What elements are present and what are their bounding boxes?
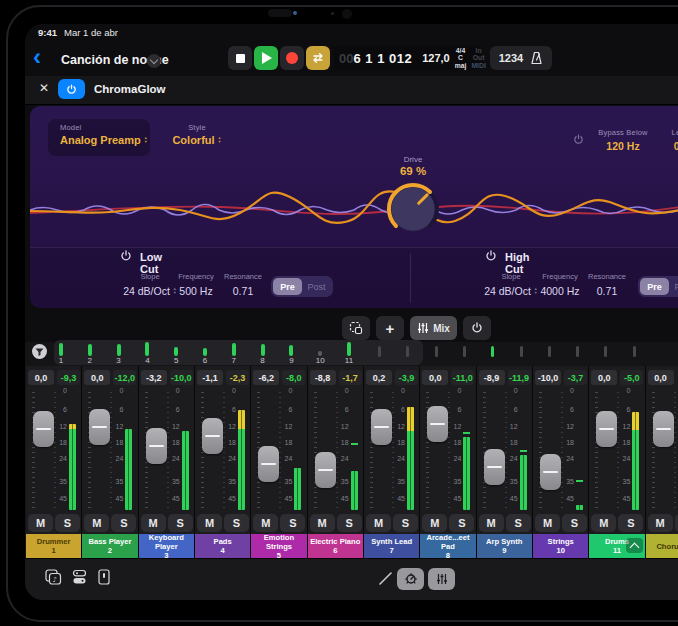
solo-button[interactable]: S (449, 514, 474, 532)
song-menu-button[interactable] (147, 54, 161, 68)
track-name-band[interactable]: Arp Synth 9 (477, 534, 532, 558)
volume-fader[interactable] (146, 428, 167, 464)
track-name-band[interactable]: Electric Piano 6 (308, 534, 363, 558)
track-name-band[interactable]: Drums 11 (589, 534, 644, 558)
plugins-button[interactable] (72, 569, 87, 585)
cycle-button[interactable] (306, 46, 330, 70)
stop-button[interactable] (228, 46, 252, 70)
volume-fader[interactable] (484, 449, 505, 485)
channel-number[interactable]: 10 (310, 356, 330, 365)
channel-number[interactable]: 3 (109, 356, 129, 365)
high-cut-frequency[interactable]: Frequency 4000 Hz (536, 272, 584, 297)
back-button[interactable] (33, 44, 41, 70)
channel-number[interactable]: 6 (195, 356, 215, 365)
mute-button[interactable]: M (479, 514, 504, 532)
drive-knob[interactable] (381, 177, 445, 241)
track-name-band[interactable]: Keyboard Player 3 (139, 534, 194, 558)
pencil-tool[interactable] (378, 571, 393, 586)
volume-fader[interactable] (258, 446, 279, 482)
low-cut-pre-post[interactable]: Pre Post (271, 276, 333, 297)
volume-readout[interactable]: -8,8 (310, 370, 336, 385)
count-in-group[interactable]: 1234 (490, 46, 552, 70)
volume-readout[interactable]: 0,2 (366, 370, 392, 385)
level-control[interactable]: Level 0.0 (646, 128, 678, 152)
style-select[interactable]: Style Colorful (152, 123, 242, 146)
solo-button[interactable]: S (168, 514, 193, 532)
mute-button[interactable]: M (28, 514, 53, 532)
lcd-display[interactable]: 006 1 1 012 127,0 4/4C maj In OutMIDI (334, 46, 480, 70)
high-cut-resonance[interactable]: Resonance 0.71 (584, 272, 630, 297)
metronome-icon[interactable] (530, 51, 543, 65)
low-cut-power-icon[interactable] (120, 250, 132, 262)
track-name-band[interactable]: Bass Player 2 (82, 534, 137, 558)
volume-readout[interactable]: 0,0 (84, 370, 110, 385)
volume-readout[interactable]: -6,2 (253, 370, 279, 385)
volume-fader[interactable] (89, 409, 110, 445)
volume-readout[interactable]: -3,2 (141, 370, 167, 385)
loop-browser-button[interactable]: ♪ (45, 569, 62, 585)
solo-button[interactable]: S (618, 514, 643, 532)
volume-readout[interactable]: -8,9 (479, 370, 505, 385)
volume-fader[interactable] (33, 411, 54, 447)
plugin-power-button[interactable] (58, 79, 85, 99)
count-in-label[interactable]: 1234 (499, 52, 523, 64)
high-cut-slope[interactable]: Slope 24 dB/Oct (483, 272, 539, 297)
volume-fader[interactable] (202, 418, 223, 454)
mute-button[interactable]: M (422, 514, 447, 532)
mute-button[interactable]: M (197, 514, 222, 532)
track-name-band[interactable]: Chorus V (646, 534, 678, 558)
mixer-overview-row[interactable]: 1 2 3 4 5 6 7 8 9 10 11 (25, 342, 678, 366)
mute-button[interactable]: M (591, 514, 616, 532)
volume-readout[interactable]: 0,0 (648, 370, 674, 385)
smart-controls-button[interactable] (397, 568, 424, 590)
mute-button[interactable]: M (310, 514, 335, 532)
low-cut-frequency[interactable]: Frequency 500 Hz (173, 272, 219, 297)
volume-fader[interactable] (653, 411, 674, 447)
solo-button[interactable]: S (280, 514, 305, 532)
volume-fader[interactable] (315, 452, 336, 488)
high-cut-pre-post[interactable]: Pre Post (638, 276, 678, 297)
mute-button[interactable]: M (253, 514, 278, 532)
volume-readout[interactable]: -10,0 (535, 370, 561, 385)
volume-readout[interactable]: -1,1 (197, 370, 223, 385)
volume-fader[interactable] (371, 409, 392, 445)
track-name-band[interactable]: Pads 4 (195, 534, 250, 558)
track-name-band[interactable]: Synth Lead 7 (364, 534, 419, 558)
solo-button[interactable]: S (55, 514, 80, 532)
play-button[interactable] (254, 46, 278, 70)
channel-number[interactable]: 4 (137, 356, 157, 365)
channel-number[interactable]: 1 (51, 356, 71, 365)
volume-fader[interactable] (596, 411, 617, 447)
post-option[interactable]: Post (669, 278, 678, 295)
chevron-up-icon[interactable] (626, 538, 643, 553)
channel-number[interactable]: 5 (166, 356, 186, 365)
volume-fader[interactable] (540, 454, 561, 490)
model-select[interactable]: Model Analog Preamp (48, 119, 150, 156)
channel-number[interactable]: 2 (80, 356, 100, 365)
low-cut-slope[interactable]: Slope 24 dB/Oct (122, 272, 178, 297)
solo-button[interactable]: S (337, 514, 362, 532)
pre-option[interactable]: Pre (640, 278, 669, 295)
channel-number[interactable]: 8 (253, 356, 273, 365)
track-name-band[interactable]: Emotion Strings 5 (251, 534, 306, 558)
mixer-power-button[interactable] (463, 316, 491, 340)
track-name-band[interactable]: Arcade...eet Pad 8 (420, 534, 475, 558)
volume-readout[interactable]: 0,0 (591, 370, 617, 385)
mute-button[interactable]: M (366, 514, 391, 532)
solo-button[interactable]: S (393, 514, 418, 532)
solo-button[interactable]: S (111, 514, 136, 532)
low-cut-resonance[interactable]: Resonance 0.71 (220, 272, 266, 297)
keyboard-button[interactable] (98, 569, 110, 585)
mute-button[interactable]: M (141, 514, 166, 532)
high-cut-power-icon[interactable] (485, 250, 497, 262)
solo-button[interactable]: S (506, 514, 531, 532)
volume-readout[interactable]: 0,0 (28, 370, 54, 385)
track-name-band[interactable]: Strings 10 (533, 534, 588, 558)
channel-number[interactable]: 7 (224, 356, 244, 365)
mixer-view-button[interactable] (428, 568, 455, 590)
mute-button[interactable]: M (535, 514, 560, 532)
channel-number[interactable]: 11 (339, 356, 359, 365)
filter-icon[interactable] (31, 343, 48, 360)
solo-button[interactable]: S (675, 514, 678, 532)
mute-button[interactable]: M (84, 514, 109, 532)
